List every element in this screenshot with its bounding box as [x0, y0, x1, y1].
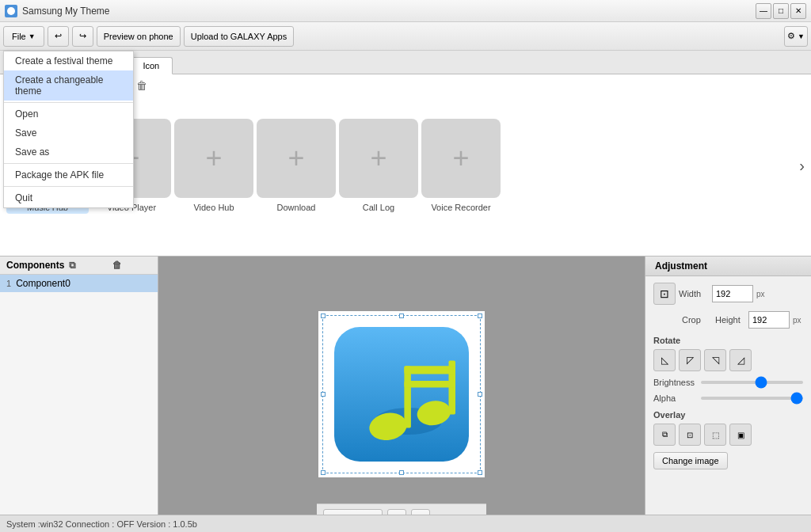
change-image-button[interactable]: Change image	[653, 452, 728, 469]
redo-icon: ↪	[79, 31, 86, 41]
app-icon	[5, 5, 17, 17]
components-title: Components	[6, 260, 64, 271]
redo-button[interactable]: ↪	[72, 26, 93, 47]
upload-button[interactable]: Upload to GALAXY Apps	[184, 26, 295, 47]
component-number: 1	[6, 279, 11, 288]
menu-item-open[interactable]: Open	[4, 104, 133, 124]
handle-bl[interactable]	[321, 470, 326, 475]
component-name: Component0	[16, 278, 70, 289]
close-button[interactable]: ✕	[790, 3, 806, 19]
voice-recorder-placeholder: +	[421, 119, 501, 198]
canvas-content	[318, 311, 485, 477]
music-hub-icon	[334, 327, 469, 462]
overlay-section: Overlay ⧉ ⊡ ⬚ ▣	[653, 409, 803, 446]
width-input[interactable]	[712, 285, 753, 302]
download-placeholder: +	[257, 119, 336, 198]
crop-label: Crop	[682, 315, 712, 325]
handle-mr[interactable]	[478, 392, 482, 397]
status-text: System :win32 Connection : OFF Version :…	[6, 519, 197, 529]
crop-height-row: Crop Height px	[653, 311, 803, 329]
width-label: Width	[679, 289, 709, 298]
alpha-label: Alpha	[653, 393, 696, 403]
call-log-label: Call Log	[363, 203, 394, 212]
strip-next-arrow[interactable]: ›	[799, 156, 805, 174]
voice-recorder-label: Voice Recorder	[431, 203, 490, 212]
svg-rect-10	[404, 381, 455, 388]
handle-tr[interactable]	[478, 314, 482, 318]
main-area: Components ⧉ 🗑 1 Component0	[0, 256, 811, 532]
brightness-row: Brightness	[653, 378, 803, 387]
handle-tl[interactable]	[321, 314, 326, 318]
brightness-label: Brightness	[653, 378, 696, 387]
rotate-icons: ◺ ◸ ◹ ◿	[653, 349, 803, 371]
svg-rect-9	[404, 366, 455, 374]
handle-tm[interactable]	[399, 314, 404, 318]
app-title: Samsung My Theme	[22, 6, 751, 17]
height-label: Height	[715, 315, 745, 325]
video-hub-label: Video Hub	[193, 203, 234, 212]
tab-icon[interactable]: Icon	[129, 57, 173, 74]
menu-item-save-as[interactable]: Save as	[4, 142, 133, 162]
toolbar: File ▼ ↩ ↪ Preview on phone Upload to GA…	[0, 22, 811, 51]
alpha-slider[interactable]	[701, 397, 803, 400]
icon-item-voice-recorder[interactable]: + Voice Recorder	[421, 119, 501, 212]
adjustment-panel: Adjustment ⊡ Width px Crop Height px	[645, 256, 811, 532]
menu-item-quit[interactable]: Quit	[4, 188, 133, 207]
component-item-0[interactable]: 1 Component0	[0, 275, 158, 292]
menu-item-package-apk[interactable]: Package the APK file	[4, 165, 133, 184]
adjustment-header: Adjustment	[645, 256, 811, 276]
undo-icon: ↩	[55, 31, 62, 41]
overlay-label: Overlay	[653, 410, 685, 420]
rotate-right-icon[interactable]: ◿	[729, 349, 752, 371]
rotate-left-icon[interactable]: ◺	[653, 349, 676, 371]
rotate-flip-v-icon[interactable]: ◸	[679, 349, 701, 371]
icon-item-download[interactable]: + Download	[257, 119, 336, 212]
handle-bm[interactable]	[399, 470, 404, 475]
width-row: ⊡ Width px	[653, 283, 803, 305]
delete-icon[interactable]: 🗑	[136, 79, 147, 92]
adjustment-content: ⊡ Width px Crop Height px Rotate ◺	[645, 276, 811, 476]
undo-button[interactable]: ↩	[48, 26, 69, 47]
overlay-icon-3[interactable]: ⬚	[704, 424, 726, 446]
canvas-area[interactable]: Add image + −	[158, 256, 645, 532]
brightness-slider[interactable]	[701, 381, 803, 384]
alpha-row: Alpha	[653, 393, 803, 403]
window-controls: — □ ✕	[756, 3, 806, 19]
gear-icon: ⚙	[787, 31, 795, 41]
maximize-button[interactable]: □	[773, 3, 789, 19]
handle-br[interactable]	[478, 470, 482, 475]
download-label: Download	[277, 203, 316, 212]
menu-item-save[interactable]: Save	[4, 124, 133, 142]
status-bar: System :win32 Connection : OFF Version :…	[0, 515, 811, 532]
width-unit: px	[756, 290, 765, 298]
menu-item-festival[interactable]: Create a festival theme	[4, 51, 133, 70]
height-unit: px	[793, 316, 801, 325]
svg-point-0	[7, 7, 15, 15]
flip-h-icon[interactable]: ◹	[704, 349, 726, 371]
video-hub-placeholder: +	[174, 119, 253, 198]
height-input[interactable]	[748, 311, 790, 329]
preview-button[interactable]: Preview on phone	[97, 26, 181, 47]
settings-button[interactable]: ⚙ ▼	[784, 26, 808, 47]
call-log-placeholder: +	[339, 119, 418, 198]
overlay-icon-2[interactable]: ⊡	[679, 424, 701, 446]
minimize-button[interactable]: —	[756, 3, 771, 19]
rotate-section: Rotate ◺ ◸ ◹ ◿	[653, 335, 803, 371]
file-menu-dropdown: Create a festival theme Create a changea…	[3, 51, 134, 208]
components-panel: Components ⧉ 🗑 1 Component0	[0, 256, 158, 532]
crop-resize-icon: ⊡	[653, 283, 676, 305]
overlay-icons: ⧉ ⊡ ⬚ ▣	[653, 424, 803, 446]
titlebar: Samsung My Theme — □ ✕	[0, 0, 811, 22]
icon-item-video-hub[interactable]: + Video Hub	[174, 119, 253, 212]
overlay-icon-1[interactable]: ⧉	[653, 424, 676, 446]
icon-item-call-log[interactable]: + Call Log	[339, 119, 418, 212]
file-menu-button[interactable]: File ▼	[3, 26, 44, 47]
handle-ml[interactable]	[321, 392, 326, 397]
menu-item-changeable[interactable]: Create a changeable theme	[4, 70, 133, 101]
svg-rect-7	[404, 366, 411, 428]
rotate-label: Rotate	[653, 336, 680, 345]
overlay-icon-4[interactable]: ▣	[729, 424, 752, 446]
components-header: Components ⧉ 🗑	[0, 256, 158, 275]
components-delete-icon[interactable]: 🗑	[112, 260, 151, 271]
components-copy-icon[interactable]: ⧉	[69, 260, 108, 271]
